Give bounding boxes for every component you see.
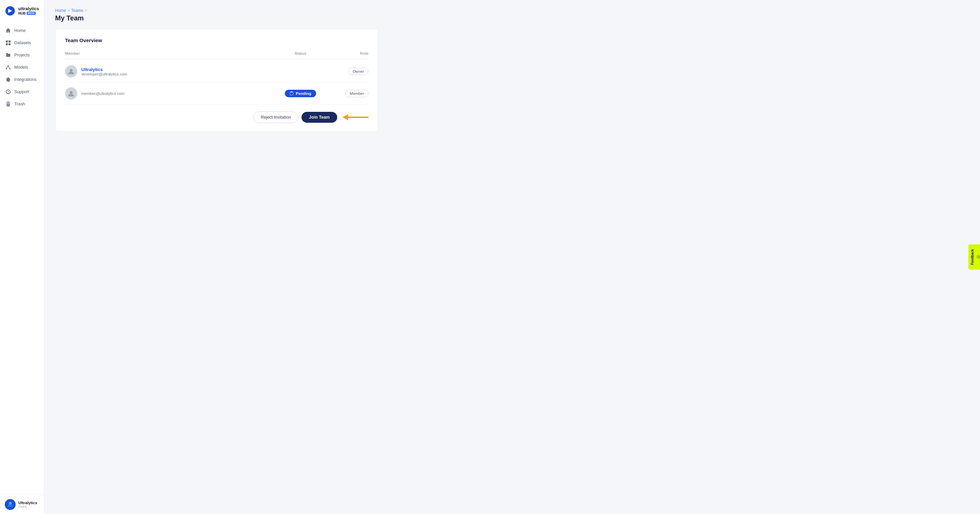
svg-point-13 <box>70 91 73 94</box>
datasets-icon <box>5 40 11 46</box>
svg-point-12 <box>70 69 73 72</box>
team-card-title: Team Overview <box>65 37 369 43</box>
action-row: Reject Invitation Join Team <box>65 111 369 123</box>
logo-text: ultralytics HUB BETA <box>18 6 39 15</box>
reject-invitation-button[interactable]: Reject Invitation <box>253 111 298 123</box>
projects-label: Projects <box>14 53 30 57</box>
home-label: Home <box>14 28 25 33</box>
integrations-label: Integrations <box>14 77 37 82</box>
svg-line-9 <box>8 67 10 68</box>
breadcrumb-teams[interactable]: Teams <box>71 8 83 13</box>
avatar <box>5 499 16 510</box>
user-plan: FREE <box>18 505 37 509</box>
avatar-icon-2 <box>67 90 75 97</box>
member-avatar-2 <box>65 87 77 100</box>
breadcrumb: Home > Teams > <box>55 8 969 13</box>
svg-point-6 <box>6 68 7 69</box>
sidebar-item-integrations[interactable]: Integrations <box>0 73 44 86</box>
member-name-1: Ultralytics <box>81 67 127 72</box>
user-profile[interactable]: Ultralytics FREE <box>0 495 44 514</box>
member-avatar-1 <box>65 65 77 78</box>
svg-point-11 <box>9 502 11 504</box>
svg-point-7 <box>9 68 11 69</box>
avatar-image <box>5 499 16 510</box>
projects-icon <box>5 52 11 58</box>
svg-rect-1 <box>6 40 8 43</box>
avatar-icon-1 <box>67 68 75 75</box>
team-overview-card: Team Overview Member Status Role Ultraly… <box>55 29 379 132</box>
support-icon <box>5 89 11 95</box>
support-label: Support <box>14 89 29 94</box>
ultralytics-logo-icon <box>5 5 16 16</box>
feedback-tab[interactable]: Feedback ☺ <box>969 244 980 270</box>
svg-line-8 <box>6 67 8 68</box>
svg-rect-4 <box>8 43 11 45</box>
arrow-head <box>343 114 348 121</box>
integrations-icon <box>5 77 11 82</box>
models-label: Models <box>14 65 28 70</box>
main-content: Home > Teams > My Team Team Overview Mem… <box>44 0 980 514</box>
join-team-button[interactable]: Join Team <box>301 112 337 123</box>
arrow-shape <box>343 114 369 121</box>
home-icon <box>5 28 11 33</box>
member-role-2: Member <box>328 90 369 97</box>
sidebar-item-home[interactable]: Home <box>0 24 44 37</box>
sidebar-item-datasets[interactable]: Datasets <box>0 37 44 49</box>
logo-name: ultralytics <box>18 6 39 11</box>
user-info: Ultralytics FREE <box>18 501 37 509</box>
models-icon <box>5 65 11 70</box>
arrow-line <box>348 117 369 118</box>
svg-rect-2 <box>8 40 11 43</box>
table-row: Ultralytics developer@ultralytics.com Ow… <box>65 60 369 82</box>
sidebar-item-trash[interactable]: Trash <box>0 98 44 110</box>
member-details-1: Ultralytics developer@ultralytics.com <box>81 67 127 76</box>
member-role-1: Owner <box>328 68 369 75</box>
col-member: Member <box>65 51 273 56</box>
col-status: Status <box>273 51 328 56</box>
sidebar-item-projects[interactable]: Projects <box>0 49 44 61</box>
user-name: Ultralytics <box>18 501 37 505</box>
svg-point-5 <box>8 65 9 67</box>
page-title: My Team <box>55 14 969 22</box>
svg-rect-3 <box>6 43 8 45</box>
member-email-2: member@ultralytics.com <box>81 92 124 95</box>
member-info-2: member@ultralytics.com <box>65 87 273 100</box>
logo: ultralytics HUB BETA <box>0 0 44 23</box>
member-info-1: Ultralytics developer@ultralytics.com <box>65 65 273 78</box>
sidebar-nav: Home Datasets Projects <box>0 23 44 495</box>
table-header: Member Status Role <box>65 49 369 59</box>
pending-badge: Pending <box>285 90 316 97</box>
beta-badge: BETA <box>27 11 36 15</box>
feedback-icon: ☺ <box>975 255 980 259</box>
sidebar-item-models[interactable]: Models <box>0 61 44 73</box>
member-role-pill: Member <box>345 90 369 97</box>
breadcrumb-home[interactable]: Home <box>55 8 66 13</box>
sidebar-item-support[interactable]: Support <box>0 86 44 98</box>
table-row: member@ultralytics.com Pending Member <box>65 82 369 105</box>
trash-label: Trash <box>14 102 25 106</box>
feedback-label: Feedback <box>970 249 974 265</box>
trash-icon <box>5 101 11 107</box>
pending-spinner <box>290 92 294 95</box>
member-email-1: developer@ultralytics.com <box>81 72 127 76</box>
col-role: Role <box>328 51 369 56</box>
owner-role-pill: Owner <box>348 68 369 75</box>
logo-hub: HUB <box>18 11 26 15</box>
pending-label: Pending <box>296 92 311 95</box>
sidebar: ultralytics HUB BETA Home Datasets <box>0 0 44 514</box>
member-details-2: member@ultralytics.com <box>81 92 124 95</box>
member-status-2: Pending <box>273 90 328 97</box>
datasets-label: Datasets <box>14 40 31 45</box>
arrow-annotation <box>343 114 369 121</box>
breadcrumb-sep-2: > <box>84 8 87 13</box>
breadcrumb-sep-1: > <box>67 8 70 13</box>
